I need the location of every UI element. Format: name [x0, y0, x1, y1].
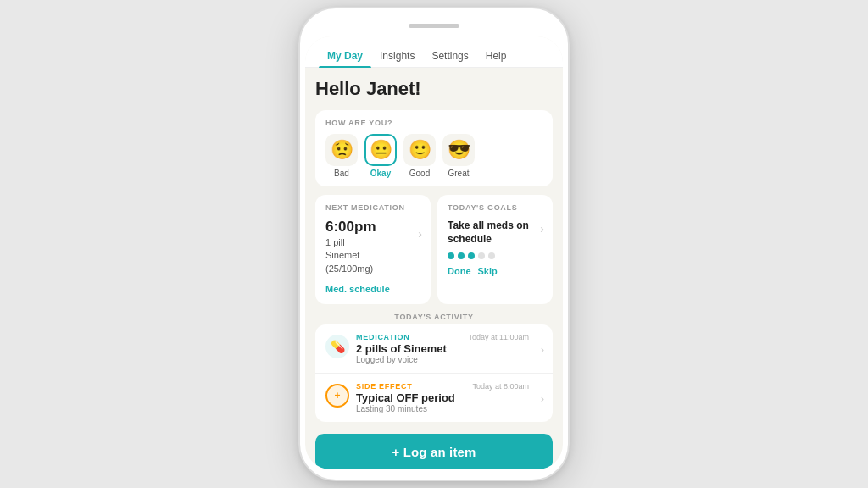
nav-item-insights[interactable]: Insights — [371, 45, 423, 67]
mood-card: HOW ARE YOU? 😟 Bad 😐 Okay 🙂 Good — [315, 110, 553, 186]
dot-3 — [468, 252, 475, 259]
skip-button[interactable]: Skip — [478, 266, 498, 276]
mood-bad[interactable]: 😟 Bad — [326, 134, 358, 178]
mood-okay-label: Okay — [370, 169, 391, 178]
goals-label: TODAY'S GOALS — [448, 203, 542, 212]
mood-label: HOW ARE YOU? — [326, 119, 542, 127]
notch-bar — [409, 24, 459, 28]
activity-time-med: Today at 11:00am — [468, 333, 529, 341]
mood-bad-label: Bad — [334, 169, 349, 178]
done-button[interactable]: Done — [448, 266, 471, 276]
todays-goals-card: TODAY'S GOALS Take all meds on schedule … — [437, 195, 553, 304]
mood-good-emoji: 🙂 — [403, 134, 436, 166]
goals-chevron-icon: › — [540, 222, 544, 236]
mood-great[interactable]: 😎 Great — [442, 134, 475, 178]
phone-shell: My Day Insights Settings Help Hello Jane… — [298, 7, 570, 481]
mood-okay[interactable]: 😐 Okay — [364, 134, 397, 178]
activity-title-med: 2 pills of Sinemet — [356, 342, 542, 355]
activity-section: TODAY'S ACTIVITY 💊 MEDICATION 2 pills of… — [315, 313, 553, 422]
screen: My Day Insights Settings Help Hello Jane… — [305, 36, 563, 469]
activity-sub-side: Lasting 30 minutes — [356, 404, 542, 413]
mood-row: 😟 Bad 😐 Okay 🙂 Good 😎 Great — [326, 134, 542, 178]
activity-item-side[interactable]: + SIDE EFFECT Typical OFF period Lasting… — [315, 374, 553, 422]
med-chevron-icon: › — [418, 227, 422, 241]
nav-item-settings[interactable]: Settings — [423, 45, 476, 67]
nav-item-myday[interactable]: My Day — [319, 45, 371, 67]
activity-item-med[interactable]: 💊 MEDICATION 2 pills of Sinemet Logged b… — [315, 324, 553, 374]
activity-chevron-med: › — [541, 342, 544, 355]
goals-actions: Done Skip — [448, 266, 542, 276]
activity-sub-med: Logged by voice — [356, 355, 542, 364]
activity-chevron-side: › — [541, 391, 544, 404]
med-detail: 1 pill Sinemet (25/100mg) — [326, 236, 420, 275]
next-medication-card: NEXT MEDICATION 6:00pm 1 pill Sinemet (2… — [315, 195, 431, 304]
log-item-button[interactable]: + Log an item — [315, 434, 553, 469]
activity-card: 💊 MEDICATION 2 pills of Sinemet Logged b… — [315, 324, 553, 422]
next-med-label: NEXT MEDICATION — [326, 203, 420, 212]
mood-okay-emoji: 😐 — [364, 134, 397, 166]
nav-item-help[interactable]: Help — [477, 45, 515, 67]
main-content: Hello Janet! HOW ARE YOU? 😟 Bad 😐 Okay 🙂 — [305, 68, 563, 469]
dot-5 — [488, 252, 495, 259]
mood-bad-emoji: 😟 — [326, 134, 358, 166]
mood-great-label: Great — [448, 169, 469, 178]
activity-label: TODAY'S ACTIVITY — [315, 313, 553, 321]
med-time: 6:00pm — [326, 219, 420, 236]
mood-good-label: Good — [409, 169, 430, 178]
greeting-text: Hello Janet! — [315, 78, 553, 100]
dot-2 — [458, 252, 465, 259]
med-schedule-link[interactable]: Med. schedule — [326, 284, 390, 294]
goals-title: Take all meds on schedule — [448, 219, 542, 246]
dot-1 — [448, 252, 454, 259]
dot-4 — [478, 252, 485, 259]
side-activity-icon: + — [326, 384, 349, 408]
activity-time-side: Today at 8:00am — [472, 382, 529, 391]
activity-title-side: Typical OFF period — [356, 391, 542, 404]
med-activity-icon: 💊 — [326, 335, 349, 358]
two-col-section: NEXT MEDICATION 6:00pm 1 pill Sinemet (2… — [315, 195, 553, 304]
goals-dots — [448, 252, 542, 259]
mood-good[interactable]: 🙂 Good — [403, 134, 436, 178]
mood-great-emoji: 😎 — [442, 134, 475, 166]
nav-bar: My Day Insights Settings Help — [305, 36, 563, 68]
